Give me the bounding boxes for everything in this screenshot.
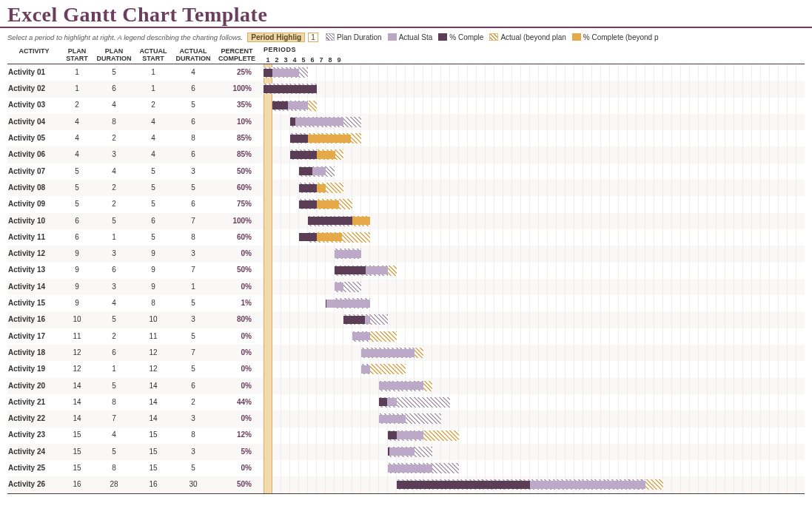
actual-duration: 3	[172, 311, 215, 328]
highlight-column	[264, 328, 272, 345]
gantt-cell	[264, 263, 805, 279]
gantt-cell	[264, 361, 805, 377]
percent-complete: 60%	[215, 180, 259, 196]
actual-duration: 5	[172, 328, 215, 345]
bar-actual	[352, 332, 370, 340]
actual-start: 15	[135, 428, 172, 444]
period-label: 6	[308, 56, 317, 64]
table-row: Activity 1493910%	[7, 279, 805, 295]
plan-start: 14	[61, 410, 93, 427]
highlight-column	[264, 196, 272, 212]
plan-start: 11	[61, 328, 93, 345]
percent-complete: 75%	[215, 196, 259, 212]
percent-complete: 50%	[215, 476, 259, 493]
gantt-cell	[264, 328, 805, 345]
activity-name: Activity 21	[7, 394, 61, 410]
highlight-column	[264, 295, 272, 311]
bar-actual-beyond-plan	[370, 331, 397, 342]
actual-duration: 5	[172, 180, 215, 196]
actual-duration: 5	[172, 460, 215, 476]
swatch-complete-beyond-plan	[572, 33, 581, 41]
plan-duration: 3	[93, 146, 135, 163]
activity-name: Activity 25	[7, 460, 61, 476]
bar-actual	[379, 415, 406, 423]
gantt-cell	[264, 180, 805, 196]
actual-start: 4	[135, 146, 172, 163]
activity-name: Activity 01	[7, 64, 61, 81]
legend-plan: Plan Duration	[337, 33, 382, 41]
plan-duration: 3	[93, 279, 135, 295]
plan-duration: 5	[93, 378, 135, 394]
plan-start: 15	[61, 460, 93, 476]
plan-start: 5	[61, 180, 93, 196]
legend-beyond-complete: % Complete (beyond p	[583, 33, 659, 41]
table-row: Activity 06434685%	[7, 146, 805, 163]
gantt-cell	[264, 345, 805, 361]
bar-actual	[361, 349, 415, 357]
plan-start: 4	[61, 146, 93, 163]
bar-complete	[397, 481, 530, 489]
plan-start: 6	[61, 213, 93, 229]
plan-start: 15	[61, 428, 93, 444]
plan-duration: 28	[93, 476, 135, 493]
table-row: Activity 191211250%	[7, 361, 805, 377]
percent-complete: 35%	[215, 98, 259, 114]
actual-start: 1	[135, 64, 172, 81]
actual-start: 12	[135, 345, 172, 361]
header-plan-start: PLAN START	[61, 47, 93, 64]
highlight-column	[264, 410, 272, 427]
actual-start: 9	[135, 279, 172, 295]
plan-duration: 4	[93, 98, 135, 114]
bar-complete	[290, 135, 308, 143]
highlight-column	[264, 163, 272, 180]
plan-duration: 2	[93, 130, 135, 146]
table-row: Activity 2114814244%	[7, 394, 805, 410]
activity-name: Activity 10	[7, 213, 61, 229]
plan-duration: 6	[93, 263, 135, 279]
plan-duration: 4	[93, 163, 135, 180]
activity-name: Activity 02	[7, 81, 61, 97]
plan-start: 14	[61, 378, 93, 394]
header-actual-duration: ACTUAL DURATION	[172, 47, 215, 64]
bar-complete	[335, 266, 366, 274]
percent-complete: 25%	[215, 64, 259, 81]
highlight-column	[264, 146, 272, 163]
highlight-column	[264, 263, 272, 279]
bar-complete	[299, 233, 317, 241]
percent-complete: 0%	[215, 361, 259, 377]
plan-duration: 2	[93, 180, 135, 196]
actual-start: 9	[135, 263, 172, 279]
gantt-cell	[264, 130, 805, 146]
activity-name: Activity 13	[7, 263, 61, 279]
actual-start: 14	[135, 394, 172, 410]
bar-complete	[308, 217, 352, 225]
actual-duration: 6	[172, 196, 215, 212]
plan-duration: 8	[93, 460, 135, 476]
plan-start: 12	[61, 361, 93, 377]
plan-start: 14	[61, 394, 93, 410]
gantt-cell	[264, 279, 805, 295]
activity-name: Activity 20	[7, 378, 61, 394]
activity-name: Activity 22	[7, 410, 61, 427]
percent-complete: 0%	[215, 246, 259, 262]
bar-complete	[299, 184, 317, 192]
period-label: 1	[264, 56, 272, 64]
actual-start: 12	[135, 361, 172, 377]
actual-duration: 6	[172, 114, 215, 130]
percent-complete: 80%	[215, 311, 259, 328]
actual-duration: 3	[172, 246, 215, 262]
gantt-cell	[264, 98, 805, 114]
activity-name: Activity 03	[7, 98, 61, 114]
activity-name: Activity 18	[7, 345, 61, 361]
table-row: Activity 1610510380%	[7, 311, 805, 328]
percent-complete: 12%	[215, 428, 259, 444]
table-row: Activity 021616100%	[7, 81, 805, 97]
bar-complete-beyond-plan	[352, 217, 370, 225]
percent-complete: 0%	[215, 345, 259, 361]
period-highlight-value[interactable]: 1	[308, 33, 318, 42]
actual-start: 14	[135, 378, 172, 394]
plan-start: 10	[61, 311, 93, 328]
page-title: Excel Gantt Chart Template	[0, 0, 812, 28]
actual-duration: 7	[172, 263, 215, 279]
bar-actual	[326, 300, 370, 308]
